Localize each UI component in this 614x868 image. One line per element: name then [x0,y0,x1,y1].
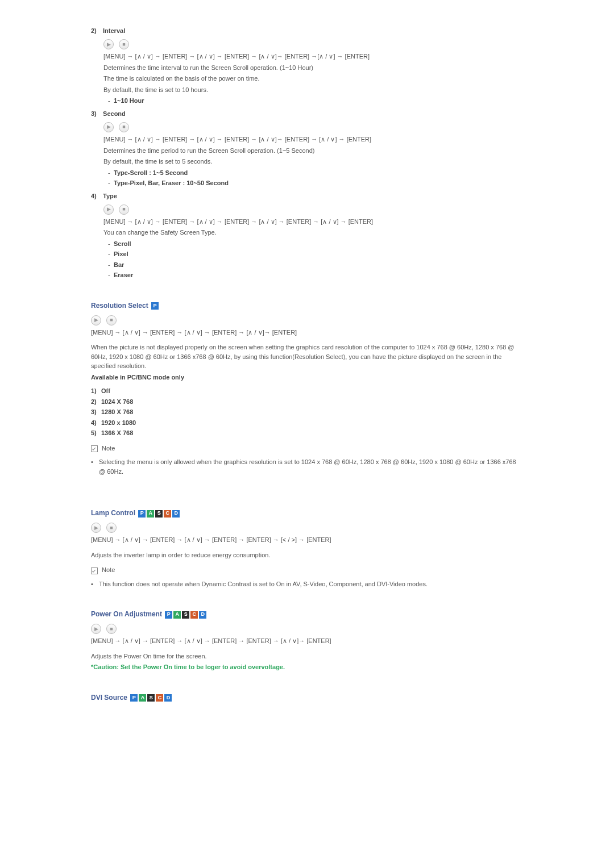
stop-icon: ■ [106,523,117,533]
media-icons: ▶ ■ [91,523,523,533]
flag-p-icon: P [165,611,172,619]
nav-path: [MENU] → [∧ / ∨] → [ENTER] → [∧ / ∨] → [… [91,328,523,337]
item-title: Interval [103,27,125,34]
play-icon: ▶ [91,315,101,326]
flag-d-icon: D [172,510,180,518]
stop-icon: ■ [119,39,129,49]
bullet-icon: • [91,579,99,589]
media-icons: ▶ ■ [103,204,523,215]
flag-d-icon: D [164,694,172,702]
option-row: -Type-Pixel, Bar, Eraser : 10~50 Second [108,178,523,188]
note-text: Selecting the menu is only allowed when … [99,457,523,476]
note-header: Note [91,565,523,575]
option-row: -1~10 Hour [108,96,523,106]
note-label: Note [102,566,115,573]
play-icon: ▶ [103,205,114,215]
flag-s-icon: S [147,694,155,702]
option-row: -Pixel [108,249,523,259]
item-title: Second [103,110,126,117]
desc-text: When the picture is not displayed proper… [91,343,523,371]
flag-p-icon: P [130,694,138,702]
caution-text: *Caution: Set the Power On time to be lo… [91,662,523,672]
desc-text: You can change the Safety Screen Type. [103,228,523,237]
section-title-text: Resolution Select [91,302,148,310]
availability-note: Available in PC/BNC mode only [91,373,523,382]
num-label: 4) [91,191,101,201]
flag-p-icon: P [138,510,146,518]
nav-path: [MENU] → [∧ / ∨] → [ENTER] → [∧ / ∨] → [… [91,636,523,646]
media-icons: ▶ ■ [91,315,523,326]
check-icon [91,567,98,574]
section-resolution-select: Resolution Select P [91,301,523,311]
desc-text: Adjusts the Power On time for the screen… [91,652,523,661]
flag-s-icon: S [182,611,189,619]
note-bullet: • This function does not operate when Dy… [91,579,523,589]
item-interval: 2) Interval ▶ ■ [MENU] → [∧ / ∨] → [ENTE… [91,26,523,106]
stop-icon: ■ [106,315,117,326]
desc-text: By default, the time is set to 10 hours. [103,85,523,95]
section-title-text: DVI Source [91,694,127,702]
note-label: Note [102,445,115,452]
option-row: -Eraser [108,270,523,280]
play-icon: ▶ [91,624,101,634]
flag-c-icon: C [164,510,171,518]
nav-path: [MENU] → [∧ / ∨] → [ENTER] → [∧ / ∨] → [… [103,217,523,227]
option-row: -Bar [108,260,523,270]
flag-a-icon: A [139,694,146,702]
desc-text: By default, the time is set to 5 seconds… [103,157,523,166]
check-icon [91,445,98,452]
section-lamp-control: Lamp Control PASCD [91,508,523,519]
resolution-list: 1)Off 2)1024 X 768 3)1280 X 768 4)1920 x… [91,386,523,438]
media-icons: ▶ ■ [103,122,523,132]
section-title-text: Lamp Control [91,509,135,517]
note-header: Note [91,444,523,453]
option-row: -Type-Scroll : 1~5 Second [108,168,523,178]
nav-path: [MENU] → [∧ / ∨] → [ENTER] → [∧ / ∨] → [… [103,135,523,144]
nav-path: [MENU] → [∧ / ∨] → [ENTER] → [∧ / ∨] → [… [91,535,523,545]
media-icons: ▶ ■ [91,624,523,635]
item-title: Type [103,193,117,199]
stop-icon: ■ [106,624,117,634]
stop-icon: ■ [119,122,129,132]
desc-text: The time is calculated on the basis of t… [103,74,523,84]
play-icon: ▶ [103,122,114,132]
num-label: 2) [91,26,101,36]
flag-d-icon: D [199,611,206,619]
section-power-on-adjustment: Power On Adjustment PASCD [91,609,523,620]
media-icons: ▶ ■ [103,39,523,50]
section-title-text: Power On Adjustment [91,610,162,618]
item-second: 3) Second ▶ ■ [MENU] → [∧ / ∨] → [ENTER]… [91,109,523,188]
note-text: This function does not operate when Dyna… [99,579,523,589]
flag-c-icon: C [156,694,163,702]
stop-icon: ■ [119,205,129,215]
nav-path: [MENU] → [∧ / ∨] → [ENTER] → [∧ / ∨] → [… [103,52,523,61]
flag-c-icon: C [190,611,198,619]
option-row: -Scroll [108,239,523,249]
note-bullet: • Selecting the menu is only allowed whe… [91,457,523,476]
flag-p-icon: P [151,302,159,310]
flag-a-icon: A [147,510,154,518]
num-label: 3) [91,109,101,119]
desc-text: Determines the time interval to run the … [103,63,523,73]
desc-text: Determines the time period to run the Sc… [103,146,523,156]
flag-s-icon: S [155,510,163,518]
section-dvi-source: DVI Source PASCD [91,692,523,703]
item-type: 4) Type ▶ ■ [MENU] → [∧ / ∨] → [ENTER] →… [91,191,523,280]
desc-text: Adjusts the inverter lamp in order to re… [91,550,523,560]
play-icon: ▶ [91,523,101,533]
play-icon: ▶ [103,39,114,49]
flag-a-icon: A [173,611,181,619]
bullet-icon: • [91,457,99,476]
